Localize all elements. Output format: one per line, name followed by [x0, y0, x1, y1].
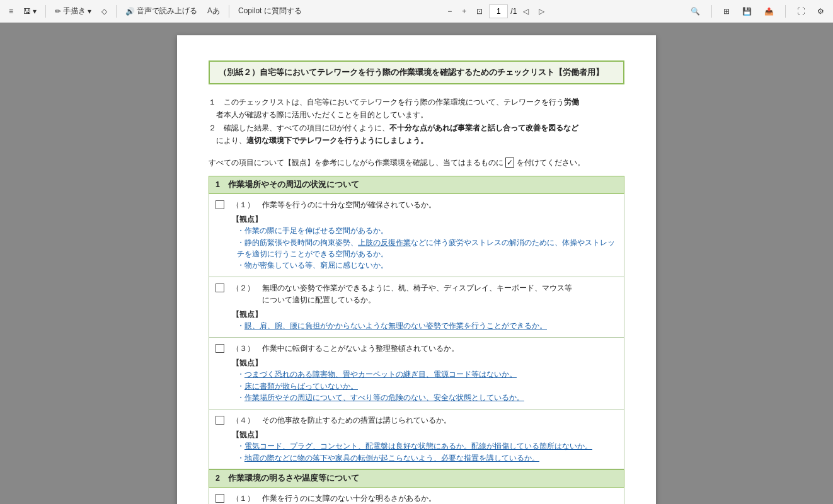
page-number-input[interactable] [489, 4, 508, 18]
divider2 [116, 5, 117, 18]
item-1-3-title: （３） 作業中に転倒することがないよう整理整頓されているか。 [232, 343, 618, 355]
item-1-4-title: （４） その他事故を防止するための措置は講じられているか。 [232, 415, 618, 427]
read-aloud-button[interactable]: 🔊 音声で読み上げる [122, 4, 201, 18]
item-1-2: （２） 無理のない姿勢で作業ができるように、机、椅子や、ディスプレイ、キーボード… [209, 277, 624, 338]
draw-label: 手描き [63, 6, 86, 16]
item-1-1-title: （１） 作業等を行うのに十分な空間が確保されているか。 [232, 199, 618, 211]
draw-button[interactable]: ✏ 手描き ▾ [51, 4, 95, 18]
item-1-1-kanpoint: 【観点】 作業の際に手足を伸ばせる空間があるか。 静的筋緊張や長時間の拘束姿勢、… [232, 214, 618, 272]
font-label: Aあ [207, 6, 220, 16]
item-1-4: （４） その他事故を防止するための措置は講じられているか。 【観点】 電気コード… [209, 410, 624, 469]
document-page: （別紙２）自宅等においてテレワークを行う際の作業環境を確認するためのチェックリス… [177, 35, 656, 504]
item-1-3-kanpoint: 【観点】 つまづく恐れのある障害物、畳やカーペットの継ぎ目、電源コード等はないか… [232, 357, 618, 404]
intro-line-3: ２ 確認した結果、すべての項目に☑が付くように、不十分な点があれば事業者と話し合… [209, 122, 624, 134]
search-button[interactable]: 🔍 [687, 5, 704, 18]
draw-dropdown-icon: ▾ [88, 7, 91, 16]
main-area: （別紙２）自宅等においてテレワークを行う際の作業環境を確認するためのチェックリス… [0, 23, 833, 504]
export-button[interactable]: 📤 [761, 5, 778, 18]
read-aloud-label: 音声で読み上げる [137, 6, 197, 16]
fullscreen-button[interactable]: ⛶ [793, 5, 808, 18]
checkbox-1-1[interactable] [215, 200, 224, 209]
item-2-1: （１） 作業を行うのに支障のない十分な明るさがあるか。 【観点】 室の照明で不十… [209, 488, 624, 504]
page-total: /1 [510, 7, 517, 16]
menu-button[interactable]: ≡ [5, 5, 17, 18]
checkbox-1-2[interactable] [215, 284, 224, 292]
erase-button[interactable]: ◇ [98, 5, 111, 18]
save-dropdown-icon: ▾ [33, 7, 37, 16]
copilot-button[interactable]: Copilot に質問する [234, 4, 306, 18]
divider1 [45, 5, 46, 18]
intro-line-1: １ このチェックリストは、自宅等においてテレワークを行う際の作業環境について、テ… [209, 96, 624, 108]
item-1-4-kanpoint: 【観点】 電気コード、プラグ、コンセント、配電盤は良好な状態にあるか。配線が損傷… [232, 429, 618, 464]
copilot-label: Copilot に質問する [238, 6, 302, 16]
document-intro: １ このチェックリストは、自宅等においてテレワークを行う際の作業環境について、テ… [209, 96, 624, 147]
zoom-plus-button[interactable]: + [458, 5, 470, 18]
item-1-2-title: （２） 無理のない姿勢で作業ができるように、机、椅子や、ディスプレイ、キーボード… [232, 282, 618, 306]
document-title: （別紙２）自宅等においてテレワークを行う際の作業環境を確認するためのチェックリス… [209, 60, 624, 84]
checkbox-1-3[interactable] [215, 344, 224, 353]
zoom-controls: − + ⊡ /1 ◁ ▷ [444, 4, 548, 18]
save-button[interactable]: 🖫 ▾ [20, 5, 40, 18]
page-navigation: /1 [489, 4, 517, 18]
divider4 [711, 5, 712, 18]
checkbox-2-1[interactable] [215, 494, 224, 503]
nav-back-button[interactable]: ◁ [519, 5, 532, 18]
checkbox-1-4[interactable] [215, 416, 224, 425]
save-icon: 🖫 [23, 7, 31, 16]
erase-icon: ◇ [101, 7, 107, 16]
layout-button[interactable]: ⊞ [720, 5, 733, 18]
section2-header: 2 作業環境の明るさや温度等について [209, 469, 624, 488]
item-1-3: （３） 作業中に転倒することがないよう整理整頓されているか。 【観点】 つまづく… [209, 338, 624, 410]
divider3 [229, 5, 229, 18]
intro-line-4: により、適切な環境下でテレワークを行うようにしましょう。 [209, 134, 624, 147]
toolbar-left: ≡ 🖫 ▾ ✏ 手描き ▾ ◇ 🔊 音声で読み上げる Aあ Copilot に質… [5, 4, 306, 18]
section1-header: 1 作業場所やその周辺の状況について [209, 176, 624, 194]
toolbar: ≡ 🖫 ▾ ✏ 手描き ▾ ◇ 🔊 音声で読み上げる Aあ Copilot に質… [0, 0, 833, 23]
item-1-1: （１） 作業等を行うのに十分な空間が確保されているか。 【観点】 作業の際に手足… [209, 194, 624, 277]
pencil-icon: ✏ [55, 7, 61, 16]
fit-page-button[interactable]: ⊡ [473, 5, 486, 18]
intro-line-2: 者本人が確認する際に活用いただくことを目的としています。 [209, 108, 624, 121]
speaker-icon: 🔊 [125, 7, 135, 16]
font-button[interactable]: Aあ [204, 4, 224, 18]
item-1-2-kanpoint: 【観点】 眼、肩、腕、腰に負担がかからないような無理のない姿勢で作業を行うことが… [232, 309, 618, 332]
document-instruction: すべての項目について【観点】を参考にしながら作業環境を確認し、当てはまるものに … [209, 158, 624, 168]
settings-button[interactable]: ⚙ [813, 5, 828, 18]
toolbar-right: 🔍 ⊞ 💾 📤 ⛶ ⚙ [687, 5, 828, 18]
zoom-minus-button[interactable]: − [444, 5, 456, 18]
save2-button[interactable]: 💾 [738, 5, 755, 18]
page-area[interactable]: （別紙２）自宅等においてテレワークを行う際の作業環境を確認するためのチェックリス… [0, 23, 833, 504]
item-2-1-title: （１） 作業を行うのに支障のない十分な明るさがあるか。 [232, 493, 618, 504]
divider5 [785, 5, 786, 18]
nav-forward-button[interactable]: ▷ [535, 5, 548, 18]
